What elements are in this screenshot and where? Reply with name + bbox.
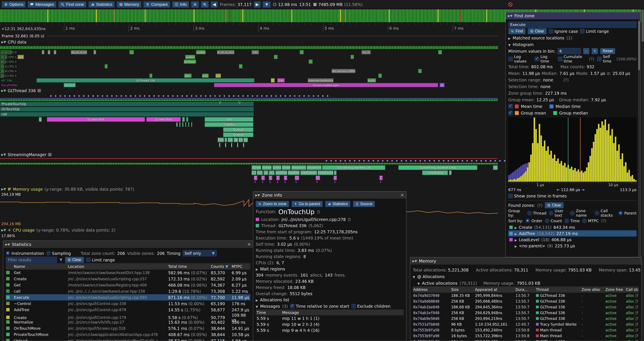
zone-segment[interactable]: c xyxy=(48,50,50,54)
zone-segment[interactable]: audio.se xyxy=(184,74,192,78)
show-group-checkbox[interactable] xyxy=(508,111,513,115)
histogram-bar[interactable] xyxy=(602,121,603,181)
table-row[interactable]: Create jni/../jni/src/claw/base/LuaScrip… xyxy=(6,276,250,282)
zone-segment[interactable]: C xyxy=(269,176,272,180)
show-mean-checkbox[interactable] xyxy=(508,104,513,109)
histogram-bar[interactable] xyxy=(600,128,601,181)
histogram-bar[interactable] xyxy=(590,156,591,181)
zone-segment[interactable]: C xyxy=(276,176,280,180)
message-row[interactable]: 5.59 s mip 9 w 4 h 4 (16) xyxy=(256,327,404,333)
zone-segment[interactable] xyxy=(150,74,152,78)
clear-groups-button[interactable]: Clear xyxy=(545,202,564,208)
call-stack-cell[interactable]: alloc [free] xyxy=(626,328,638,332)
zone-segment[interactable]: Loa xyxy=(218,138,224,142)
call-stack-cell[interactable]: alloc [free] xyxy=(626,334,638,338)
memory-usage-plot[interactable] xyxy=(0,192,498,221)
allocations-list-expander[interactable]: Allocations list xyxy=(256,297,404,303)
zone-segment[interactable]: Ai xyxy=(440,83,444,87)
histogram-bar[interactable] xyxy=(549,155,550,181)
call-stack-cell[interactable]: alloc [free] xyxy=(626,299,638,303)
histogram-bar[interactable] xyxy=(572,170,574,181)
zone-segment[interactable]: ( xyxy=(219,143,220,147)
zone-segment[interactable] xyxy=(186,117,188,122)
allocations-expander[interactable]: @ Allocations xyxy=(413,273,639,280)
histogram-bar[interactable] xyxy=(510,180,512,181)
bin-minus-button[interactable]: - xyxy=(583,48,590,54)
zone-segment[interactable]: g xyxy=(39,117,42,122)
zone-segment[interactable]: C xyxy=(284,176,287,180)
find-zone-query-input[interactable] xyxy=(508,22,636,28)
histogram-bar[interactable] xyxy=(583,173,584,181)
col-zone-free[interactable]: Zone free xyxy=(606,287,626,292)
allocation-row[interactable]: 0x74a9d37040 186.35 KB 295,999,844ns 13:… xyxy=(413,293,639,298)
histogram-bar[interactable] xyxy=(564,163,566,181)
info-button[interactable]: Info xyxy=(172,1,189,8)
histogram-bar[interactable] xyxy=(552,158,554,181)
matched-locations-expander[interactable]: Matched source locations (1) xyxy=(508,35,636,41)
col-time[interactable]: Time xyxy=(256,310,282,315)
histogram-bar[interactable] xyxy=(591,148,593,181)
zone-segment[interactable] xyxy=(438,50,442,54)
col-duration[interactable]: Dura... xyxy=(516,287,536,292)
zone-segment[interactable] xyxy=(239,64,242,69)
histogram-bar[interactable] xyxy=(546,151,547,181)
table-row[interactable]: Create jni/../jni/src/guif/Control.cpp:1… xyxy=(6,313,250,319)
funnel-icon[interactable] xyxy=(59,258,63,262)
table-row[interactable]: Get /mnt/e/claw/src/claw/base/AssetDict.… xyxy=(6,269,250,276)
allocation-thread[interactable]: GLThread 336 xyxy=(536,299,582,303)
histogram-bar[interactable] xyxy=(559,164,560,181)
ignore-case-checkbox[interactable]: Ignore case xyxy=(549,29,578,34)
col-thread[interactable]: Thread xyxy=(536,287,582,292)
zone-segment[interactable]: cds xyxy=(252,50,259,54)
timing-combo[interactable]: Self only ▼ xyxy=(183,250,217,256)
zone-segment[interactable] xyxy=(418,69,422,73)
histogram-bar[interactable] xyxy=(576,171,578,181)
histogram-bar[interactable] xyxy=(618,144,620,181)
histogram-bar[interactable] xyxy=(547,146,549,181)
allocations-table-header[interactable]: Address Size Appeared at Dura... Thread … xyxy=(413,286,639,293)
allocation-thread[interactable]: Main thread xyxy=(536,334,582,338)
compare-button[interactable]: Compare xyxy=(144,1,170,8)
zone-segment[interactable]: C xyxy=(379,176,383,180)
histogram-bar[interactable] xyxy=(537,143,538,181)
zone-segment[interactable]: cds_ol_rx_thr xyxy=(71,50,87,54)
zone-segment[interactable]: TraC xyxy=(277,78,285,83)
zone-segment[interactable]: LoadDaU xyxy=(288,170,300,175)
zone-segment[interactable]: Loi xyxy=(228,138,233,142)
zone-segment[interactable]: cds_ol_rx_threa xyxy=(217,50,234,54)
zone-segment[interactable]: PrivateTouchUp xyxy=(0,102,254,106)
close-icon[interactable]: ✕ xyxy=(400,193,404,198)
clear-filter-button[interactable]: Clear xyxy=(65,257,84,263)
zone-segment[interactable]: Streaming xyxy=(307,165,322,170)
col-location[interactable]: Location xyxy=(68,264,168,269)
zone-segment[interactable]: aut xyxy=(216,74,221,78)
cpu-activity-strip[interactable] xyxy=(0,46,498,49)
col-mtpc[interactable]: MTPC xyxy=(232,264,250,269)
zone-segment[interactable]: ( xyxy=(231,143,232,147)
col-counts[interactable]: Counts ▼ xyxy=(211,264,231,269)
memory-button[interactable]: Memory xyxy=(117,1,142,8)
col-address[interactable]: Address xyxy=(413,287,451,292)
zone-segment[interactable] xyxy=(105,64,108,69)
zone-segment[interactable] xyxy=(182,122,184,127)
histogram-bar[interactable] xyxy=(584,171,586,181)
histogram-bar[interactable] xyxy=(566,167,567,181)
self-time-checkbox[interactable]: Self time(100.00%) xyxy=(597,54,636,63)
thread-value[interactable]: GLThread 336 xyxy=(278,223,306,228)
zone-info-title-bar[interactable]: ▼ Zone info ✕ xyxy=(253,191,406,199)
sort-by-radio[interactable]: Order xyxy=(526,219,542,223)
histogram-bar[interactable] xyxy=(588,162,589,181)
zone-segment[interactable]: Stream xyxy=(262,165,272,170)
allocation-thread[interactable]: GLThread 336 xyxy=(536,316,582,321)
zone-group-row[interactable]: AddTree (18,542) 227.19 ms xyxy=(508,230,636,236)
zone-segment[interactable] xyxy=(308,60,312,64)
zone-segment[interactable]: Up xyxy=(234,138,238,142)
limit-range-checkbox[interactable]: Limit range xyxy=(580,29,609,34)
zone-segment[interactable]: audioser xyxy=(184,60,196,64)
zone-segment[interactable]: Streaming worker tas xyxy=(322,165,385,170)
zone-segment[interactable]: audios xyxy=(196,50,206,54)
expander-open-icon[interactable] xyxy=(256,304,258,308)
histogram-bar[interactable] xyxy=(518,178,520,181)
group-by-radio[interactable]: Call stacks xyxy=(595,209,616,217)
allocation-row[interactable]: 0x74ab1be040 186.68 KB 294,645,364ns 13:… xyxy=(413,304,639,310)
